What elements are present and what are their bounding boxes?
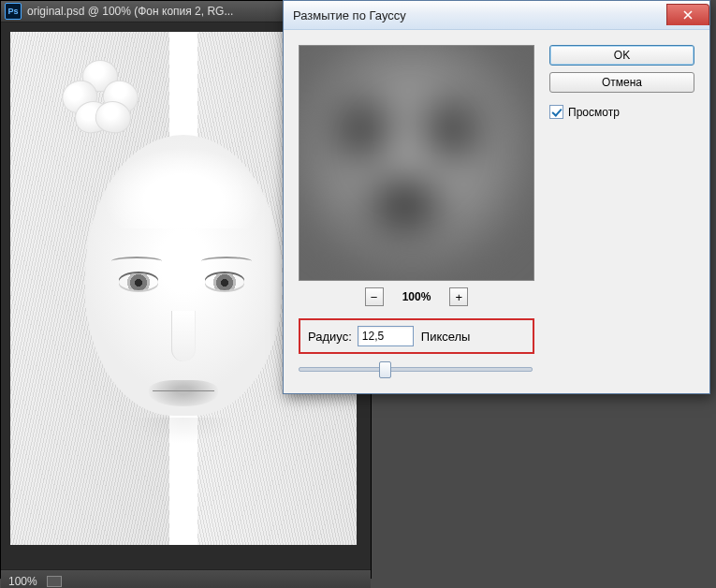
ok-button[interactable]: OK <box>549 45 694 66</box>
preview-checkbox-row[interactable]: Просмотр <box>549 105 694 119</box>
gaussian-blur-dialog: Размытие по Гауссу − 100% + <box>283 0 710 394</box>
preview-checkbox-label: Просмотр <box>568 106 620 119</box>
zoom-out-button[interactable]: − <box>365 287 384 306</box>
photoshop-app: Ps original.psd @ 100% (Фон копия 2, RG.… <box>0 0 716 588</box>
preview-thumbnail[interactable] <box>299 45 534 281</box>
preview-checkbox[interactable] <box>549 105 563 119</box>
radius-row: Радиус: Пикселы <box>299 318 534 354</box>
slider-track <box>299 367 533 372</box>
close-icon <box>682 10 694 20</box>
radius-label: Радиус: <box>308 330 352 344</box>
zoom-in-button[interactable]: + <box>449 287 468 306</box>
zoom-label[interactable]: 100% <box>8 575 37 588</box>
status-bar: 100% <box>1 569 371 588</box>
dialog-body: − 100% + Радиус: Пикселы OK Отмена <box>284 30 709 393</box>
dialog-title: Размытие по Гауссу <box>293 8 406 22</box>
cancel-button[interactable]: Отмена <box>549 72 694 93</box>
photoshop-icon: Ps <box>5 3 22 20</box>
dialog-left-column: − 100% + Радиус: Пикселы <box>299 45 534 376</box>
statusbar-icon[interactable] <box>47 576 62 587</box>
preview-image <box>299 45 534 281</box>
minus-icon: − <box>371 291 378 303</box>
radius-unit: Пикселы <box>421 330 471 344</box>
document-title: original.psd @ 100% (Фон копия 2, RG... <box>27 5 233 18</box>
preview-zoom-label: 100% <box>402 290 431 303</box>
titlebar-buttons <box>666 5 709 25</box>
slider-thumb[interactable] <box>379 361 391 378</box>
dialog-close-button[interactable] <box>666 4 709 25</box>
radius-input[interactable] <box>358 326 414 346</box>
radius-slider[interactable] <box>299 360 533 376</box>
dialog-right-column: OK Отмена Просмотр <box>549 45 694 376</box>
preview-zoom-controls: − 100% + <box>299 287 534 307</box>
plus-icon: + <box>456 291 463 303</box>
dialog-titlebar[interactable]: Размытие по Гауссу <box>284 1 709 30</box>
